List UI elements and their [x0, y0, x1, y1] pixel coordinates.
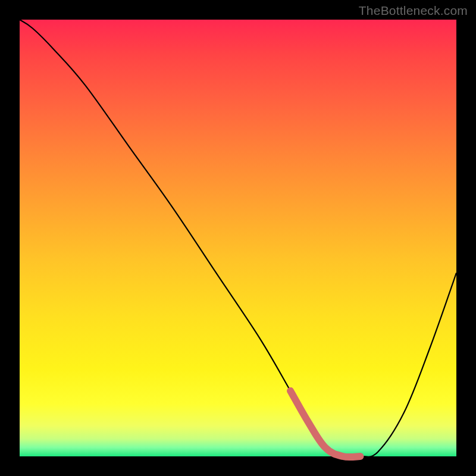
chart-svg: [20, 20, 456, 456]
chart-plot-area: [20, 20, 456, 456]
watermark-text: TheBottleneck.com: [359, 4, 468, 18]
valley-highlight-line: [290, 391, 360, 457]
bottleneck-curve-line: [20, 20, 456, 458]
